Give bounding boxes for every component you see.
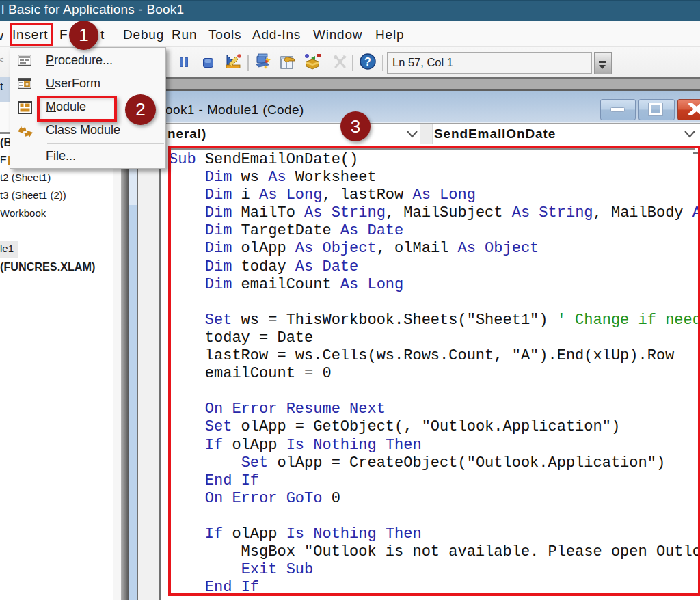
svg-text:?: ? <box>364 56 371 68</box>
